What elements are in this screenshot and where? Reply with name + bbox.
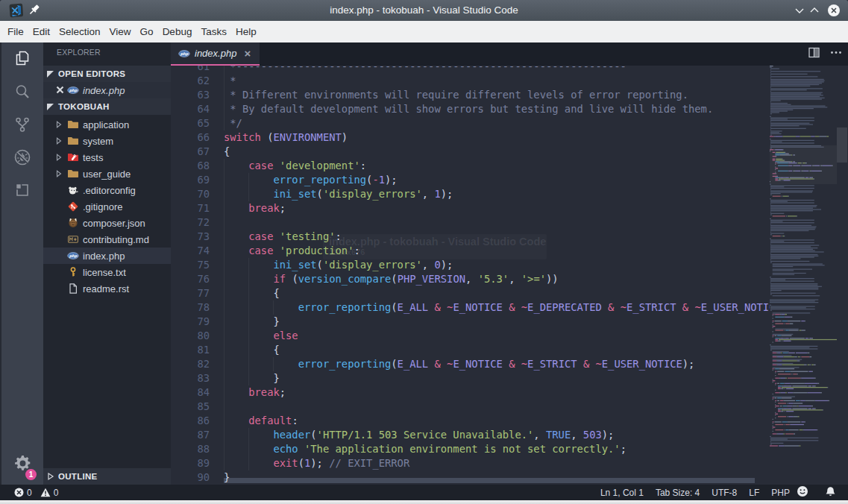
file-row-contributing.md[interactable]: contributing.md (43, 231, 171, 248)
code-editor[interactable]: 6162636465666768697071727374757677787980… (171, 66, 848, 485)
code-line-76[interactable]: if (version_compare(PHP_VERSION, '5.3', … (224, 272, 559, 286)
menu-selection[interactable]: Selection (54, 21, 105, 42)
code-line-63[interactable]: * Different environments will require di… (224, 88, 688, 102)
menu-tasks[interactable]: Tasks (196, 21, 231, 42)
file-row-user_guide[interactable]: user_guide (43, 166, 171, 182)
code-line-78[interactable]: error_reporting(E_ALL & ~E_NOTICE & ~E_D… (224, 300, 770, 315)
code-line-69[interactable]: error_reporting(-1); (224, 173, 398, 187)
code-line-80[interactable]: else (224, 329, 298, 343)
feedback-smiley-icon[interactable] (797, 485, 808, 500)
activity-explorer[interactable] (1, 42, 43, 75)
open-editor-index-php[interactable]: php index.php (43, 82, 171, 98)
horizontal-scrollbar-thumb[interactable] (224, 478, 755, 483)
svg-text:php: php (69, 253, 78, 259)
file-row-composer.json[interactable]: composer.json (43, 215, 171, 231)
code-line-79[interactable]: } (224, 315, 280, 329)
code-line-83[interactable]: } (224, 371, 280, 385)
svg-text:php: php (69, 88, 78, 93)
code-line-75[interactable]: ini_set('display_errors', 0); (224, 258, 453, 272)
file-row-tests[interactable]: tests (43, 149, 171, 166)
code-line-68[interactable]: case 'development': (224, 159, 366, 173)
code-line-62[interactable]: * (224, 74, 236, 88)
warning-count[interactable]: 0 (40, 488, 59, 498)
markdown-icon (67, 233, 79, 245)
chevron-right-icon (56, 119, 62, 130)
settings-badge: 1 (25, 469, 37, 480)
settings-gear-icon[interactable]: 1 (1, 449, 43, 477)
eol[interactable]: LF (749, 488, 759, 498)
workbench: 1 EXPLORER OPEN EDITORS php index.php TO… (0, 42, 848, 485)
code-line-82[interactable]: error_reporting(E_ALL & ~E_NOTICE & ~E_S… (224, 357, 694, 371)
menu-bar: FileEditSelectionViewGoDebugTasksHelp (0, 21, 848, 42)
file-row-index.php[interactable]: phpindex.php (43, 248, 171, 264)
maximize-button[interactable] (808, 4, 821, 17)
code-area: *---------------------------------------… (171, 66, 770, 485)
svg-text:php: php (180, 51, 189, 57)
code-line-90[interactable]: } (224, 470, 230, 485)
code-line-66[interactable]: switch (ENVIRONMENT) (224, 130, 348, 145)
section-twistie-icon (47, 102, 54, 111)
activity-bar: 1 (0, 42, 43, 485)
error-count[interactable]: 0 (14, 488, 32, 498)
split-editor-icon[interactable] (808, 47, 820, 61)
key-icon (67, 266, 79, 278)
tab-index-php[interactable]: php index.php × (171, 42, 260, 66)
file-row-.editorconfig[interactable]: .editorconfig (43, 182, 171, 198)
code-line-88[interactable]: echo 'The application environment is not… (224, 442, 626, 456)
explorer-sidebar: EXPLORER OPEN EDITORS php index.php TOKO… (43, 42, 171, 485)
activity-debug[interactable] (1, 141, 43, 174)
file-row-readme.rst[interactable]: readme.rst (43, 280, 171, 297)
vertical-scrollbar-thumb[interactable] (837, 127, 847, 163)
sidebar-title: EXPLORER (43, 42, 171, 66)
encoding[interactable]: UTF-8 (712, 488, 737, 498)
code-line-84[interactable]: break; (224, 385, 286, 400)
code-line-74[interactable]: case 'production': (224, 244, 360, 258)
code-line-65[interactable]: */ (224, 116, 242, 130)
activity-source-control[interactable] (1, 108, 43, 141)
notifications-bell-icon[interactable] (825, 486, 836, 500)
minimap-slider[interactable] (770, 145, 837, 184)
more-actions-icon[interactable] (830, 47, 842, 61)
workspace-header[interactable]: TOKOBUAH (43, 98, 171, 115)
outline-header[interactable]: OUTLINE (43, 468, 171, 485)
title-bar: index.php - tokobuah - Visual Studio Cod… (0, 0, 848, 21)
minimap[interactable] (770, 66, 837, 485)
tab-bar: php index.php × (171, 42, 848, 66)
chevron-right-icon (56, 168, 62, 180)
menu-debug[interactable]: Debug (158, 21, 197, 42)
close-button[interactable] (827, 4, 841, 17)
close-editor-icon[interactable] (56, 85, 64, 96)
cursor-position[interactable]: Ln 1, Col 1 (600, 488, 644, 498)
window-title: index.php - tokobuah - Visual Studio Cod… (0, 0, 848, 21)
menu-edit[interactable]: Edit (28, 21, 54, 42)
activity-extensions[interactable] (1, 174, 43, 207)
file-row-application[interactable]: application (43, 116, 171, 133)
file-row-.gitignore[interactable]: .gitignore (43, 198, 171, 215)
menu-view[interactable]: View (105, 21, 136, 42)
php-icon: php (67, 84, 79, 96)
menu-go[interactable]: Go (136, 21, 158, 42)
file-row-license.txt[interactable]: license.txt (43, 264, 171, 280)
tab-close-icon[interactable]: × (244, 47, 251, 60)
code-line-71[interactable]: break; (224, 201, 286, 215)
code-line-86[interactable]: default: (224, 414, 298, 428)
activity-search[interactable] (1, 75, 43, 108)
code-line-61[interactable]: *---------------------------------------… (224, 66, 626, 74)
code-line-81[interactable]: { (224, 343, 280, 357)
code-line-87[interactable]: header('HTTP/1.1 503 Service Unavailable… (224, 428, 614, 442)
language-mode[interactable]: PHP (771, 488, 790, 498)
doc-icon (67, 283, 79, 294)
menu-file[interactable]: File (3, 21, 28, 42)
code-line-67[interactable]: { (224, 145, 230, 159)
open-editors-header[interactable]: OPEN EDITORS (43, 66, 171, 82)
code-line-73[interactable]: case 'testing': (224, 230, 342, 244)
file-row-system[interactable]: system (43, 133, 171, 149)
tab-size[interactable]: Tab Size: 4 (656, 488, 700, 498)
minimize-button[interactable] (793, 4, 806, 17)
menu-help[interactable]: Help (231, 21, 261, 42)
code-line-64[interactable]: * By default development will show error… (224, 102, 713, 116)
code-line-77[interactable]: { (224, 286, 280, 300)
code-line-89[interactable]: exit(1); // EXIT_ERROR (224, 456, 409, 470)
code-line-70[interactable]: ini_set('display_errors', 1); (224, 187, 453, 201)
git-icon (67, 201, 79, 212)
